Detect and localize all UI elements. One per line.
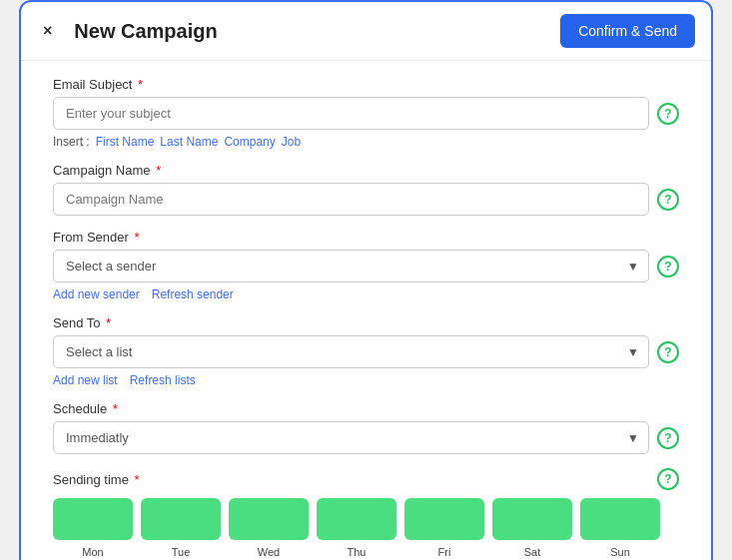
schedule-select-wrapper: Immediatly ▼ xyxy=(53,421,649,454)
day-label-tue: Tue xyxy=(141,546,221,558)
required-marker: * xyxy=(134,77,143,92)
day-label-fri: Fri xyxy=(404,546,484,558)
confirm-send-button[interactable]: Confirm & Send xyxy=(560,14,695,48)
campaign-name-help-icon[interactable]: ? xyxy=(657,189,679,211)
from-sender-group: From Sender * Select a sender ▼ ? Add ne… xyxy=(53,230,679,301)
send-to-select[interactable]: Select a list xyxy=(53,335,649,368)
email-subject-help-icon[interactable]: ? xyxy=(657,103,679,125)
insert-label: Insert : xyxy=(53,135,90,149)
modal-header: × New Campaign Confirm & Send xyxy=(21,2,711,61)
modal-body: Email Subject * ? Insert : First Name La… xyxy=(21,61,711,560)
schedule-input-row: Immediatly ▼ ? xyxy=(53,421,679,454)
day-box-thu[interactable] xyxy=(317,498,396,540)
from-sender-help-icon[interactable]: ? xyxy=(657,256,679,278)
refresh-sender-link[interactable]: Refresh sender xyxy=(152,287,234,301)
required-marker: * xyxy=(131,230,140,245)
schedule-help-icon[interactable]: ? xyxy=(657,427,679,449)
from-sender-select-wrapper: Select a sender ▼ xyxy=(53,250,649,282)
day-box-tue[interactable] xyxy=(141,498,221,540)
refresh-lists-link[interactable]: Refresh lists xyxy=(130,373,196,387)
day-box-sat[interactable] xyxy=(492,498,572,540)
day-label-thu: Thu xyxy=(317,546,396,558)
day-box-fri[interactable] xyxy=(404,498,484,540)
from-sender-select[interactable]: Select a sender xyxy=(53,250,649,282)
schedule-group: Schedule * Immediatly ▼ ? xyxy=(53,401,679,454)
insert-last-name[interactable]: Last Name xyxy=(160,135,218,149)
campaign-name-label: Campaign Name * xyxy=(53,163,679,178)
day-boxes-row xyxy=(53,498,679,540)
day-box-wed[interactable] xyxy=(229,498,309,540)
insert-row: Insert : First Name Last Name Company Jo… xyxy=(53,135,679,149)
day-label-sun: Sun xyxy=(580,546,660,558)
email-subject-label: Email Subject * xyxy=(53,77,679,92)
send-to-help-icon[interactable]: ? xyxy=(657,341,679,363)
required-marker: * xyxy=(102,315,111,330)
insert-first-name[interactable]: First Name xyxy=(96,135,155,149)
insert-company[interactable]: Company xyxy=(224,135,275,149)
send-to-label: Send To * xyxy=(53,315,679,330)
header-left: × New Campaign xyxy=(37,20,218,43)
sending-time-group: Sending time * ? Mon Tue xyxy=(53,468,679,560)
required-marker: * xyxy=(131,472,140,487)
day-label-sat: Sat xyxy=(492,546,572,558)
send-to-select-wrapper: Select a list ▼ xyxy=(53,335,649,368)
from-sender-label: From Sender * xyxy=(53,230,679,245)
sending-time-help-icon[interactable]: ? xyxy=(657,468,679,490)
day-box-mon[interactable] xyxy=(53,498,133,540)
day-label-mon: Mon xyxy=(53,546,133,558)
day-label-wed: Wed xyxy=(229,546,309,558)
days-grid: Mon Tue Wed Thu Fri Sat Sun ⏱ xyxy=(53,498,679,560)
day-labels-row: Mon Tue Wed Thu Fri Sat Sun xyxy=(53,546,679,558)
add-new-list-link[interactable]: Add new list xyxy=(53,373,118,387)
campaign-name-group: Campaign Name * ? xyxy=(53,163,679,216)
send-to-group: Send To * Select a list ▼ ? Add new list… xyxy=(53,315,679,387)
send-to-input-row: Select a list ▼ ? xyxy=(53,335,679,368)
send-to-links: Add new list Refresh lists xyxy=(53,373,679,387)
new-campaign-modal: × New Campaign Confirm & Send Email Subj… xyxy=(19,0,713,560)
close-button[interactable]: × xyxy=(37,20,58,42)
sending-time-label: Sending time * xyxy=(53,472,140,487)
campaign-name-input-row: ? xyxy=(53,183,679,216)
insert-job[interactable]: Job xyxy=(282,135,301,149)
required-marker: * xyxy=(153,163,162,178)
schedule-label: Schedule * xyxy=(53,401,679,416)
modal-title: New Campaign xyxy=(74,20,217,43)
email-subject-group: Email Subject * ? Insert : First Name La… xyxy=(53,77,679,149)
day-box-sun[interactable] xyxy=(580,498,660,540)
from-sender-input-row: Select a sender ▼ ? xyxy=(53,250,679,282)
add-new-sender-link[interactable]: Add new sender xyxy=(53,287,140,301)
email-subject-input[interactable] xyxy=(53,97,649,130)
schedule-select[interactable]: Immediatly xyxy=(53,421,649,454)
required-marker: * xyxy=(109,401,118,416)
from-sender-links: Add new sender Refresh sender xyxy=(53,287,679,301)
email-subject-input-row: ? xyxy=(53,97,679,130)
campaign-name-input[interactable] xyxy=(53,183,649,216)
